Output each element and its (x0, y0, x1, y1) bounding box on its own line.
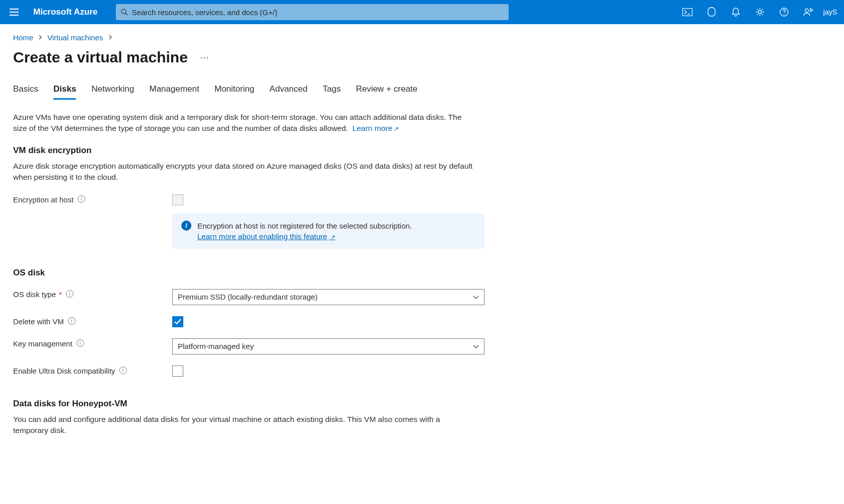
intro-paragraph: Azure VMs have one operating system disk… (13, 112, 476, 134)
feedback-button[interactable] (797, 2, 819, 22)
svg-point-6 (784, 14, 785, 15)
chevron-right-icon (38, 34, 42, 41)
key-management-value: Platform-managed key (178, 342, 254, 350)
tab-disks[interactable]: Disks (53, 84, 76, 100)
svg-line-1 (125, 13, 127, 15)
encryption-info-link[interactable]: Learn more about enabling this feature ↗ (197, 232, 335, 241)
breadcrumb-home[interactable]: Home (13, 33, 33, 42)
global-search-input[interactable] (132, 8, 504, 17)
svg-point-7 (805, 9, 808, 13)
required-marker: * (59, 290, 62, 299)
encryption-at-host-label: Encryption at host (13, 195, 74, 204)
gear-icon (755, 8, 764, 17)
copilot-button[interactable] (700, 2, 723, 22)
settings-button[interactable] (749, 2, 771, 22)
encryption-info-text: Encryption at host is not registered for… (197, 222, 412, 230)
ultra-disk-checkbox[interactable] (172, 366, 183, 377)
breadcrumb: Home Virtual machines (13, 33, 831, 42)
external-link-icon: ↗ (394, 125, 399, 132)
info-icon[interactable]: i (68, 317, 76, 325)
info-icon[interactable]: i (78, 195, 85, 203)
more-actions-button[interactable]: ⋯ (197, 50, 213, 65)
svg-point-0 (121, 9, 126, 14)
encryption-at-host-checkbox[interactable] (172, 194, 183, 205)
os-disk-type-value: Premium SSD (locally-redundant storage) (178, 293, 318, 301)
external-link-icon: ↗ (329, 234, 335, 241)
os-disk-type-select[interactable]: Premium SSD (locally-redundant storage) (172, 289, 484, 305)
global-search-box[interactable] (116, 4, 509, 20)
delete-with-vm-checkbox[interactable] (172, 316, 183, 327)
feedback-icon (803, 8, 813, 17)
section-title-datadisks: Data disks for Honeypot-VM (13, 399, 831, 409)
copilot-icon (707, 7, 716, 17)
chevron-down-icon (473, 293, 479, 301)
brand-label: Microsoft Azure (33, 7, 98, 17)
os-disk-type-label: OS disk type (13, 290, 56, 299)
wizard-tabs: Basics Disks Networking Management Monit… (13, 84, 831, 100)
tab-basics[interactable]: Basics (13, 84, 38, 100)
encryption-desc: Azure disk storage encryption automatica… (13, 161, 476, 183)
hamburger-menu-button[interactable] (4, 2, 24, 22)
section-title-osdisk: OS disk (13, 268, 831, 278)
info-badge-icon: i (181, 221, 191, 231)
cloud-shell-button[interactable] (676, 2, 698, 22)
help-button[interactable] (773, 2, 795, 22)
info-icon[interactable]: i (66, 290, 74, 298)
ultra-disk-label: Enable Ultra Disk compatibility (13, 367, 115, 375)
bell-icon (732, 8, 740, 17)
intro-learn-more-link[interactable]: Learn more↗ (353, 124, 399, 132)
info-icon[interactable]: i (77, 339, 84, 347)
tab-networking[interactable]: Networking (91, 84, 134, 100)
page-title: Create a virtual machine (13, 49, 188, 66)
tab-tags[interactable]: Tags (323, 84, 341, 100)
check-icon (174, 319, 181, 325)
ellipsis-icon: ⋯ (200, 52, 209, 62)
tab-advanced[interactable]: Advanced (269, 84, 308, 100)
chevron-right-icon (108, 34, 112, 41)
key-management-select[interactable]: Platform-managed key (172, 338, 484, 354)
breadcrumb-vms[interactable]: Virtual machines (47, 33, 103, 42)
section-title-encryption: VM disk encryption (13, 146, 831, 156)
hamburger-icon (10, 9, 19, 16)
tab-monitoring[interactable]: Monitoring (215, 84, 254, 100)
tab-review[interactable]: Review + create (356, 84, 417, 100)
key-management-label: Key management (13, 339, 73, 348)
delete-with-vm-label: Delete with VM (13, 317, 64, 326)
tab-management[interactable]: Management (150, 84, 199, 100)
encryption-info-box: i Encryption at host is not registered f… (172, 213, 484, 249)
help-icon (780, 8, 789, 17)
datadisks-desc: You can add and configure additional dat… (13, 414, 476, 437)
info-icon[interactable]: i (119, 367, 127, 374)
page-content: Home Virtual machines Create a virtual m… (0, 24, 844, 437)
top-bar: Microsoft Azure jayS (0, 0, 844, 24)
cloud-shell-icon (682, 8, 692, 16)
search-icon (121, 9, 128, 16)
account-label[interactable]: jayS (823, 8, 840, 16)
topbar-actions (676, 2, 819, 22)
svg-point-4 (758, 11, 761, 14)
svg-rect-2 (682, 9, 692, 16)
chevron-down-icon (473, 342, 479, 350)
notifications-button[interactable] (725, 2, 747, 22)
